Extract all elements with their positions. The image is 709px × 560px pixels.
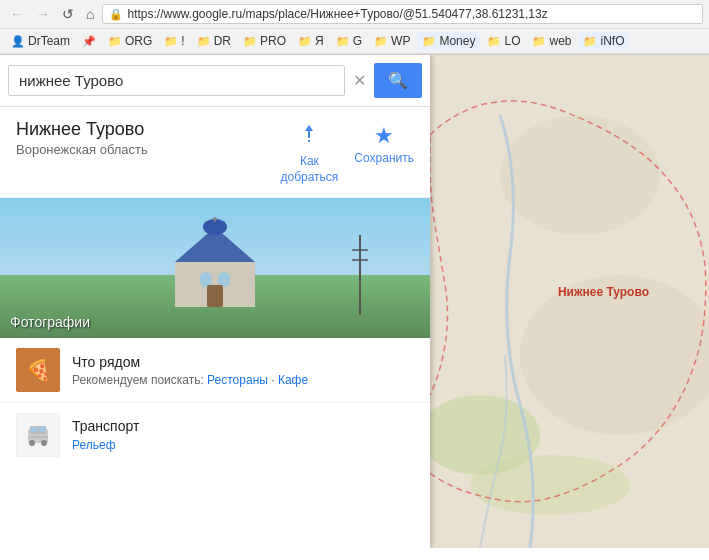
forward-button[interactable]: → [32,4,54,24]
bookmark-wp[interactable]: 📁 WP [369,32,415,50]
folder-icon: 📁 [108,35,122,48]
nav-bar: ← → ↺ ⌂ 🔒 https://www.google.ru/maps/pla… [0,0,709,29]
photo-section[interactable]: Фотографии [0,198,430,338]
address-bar[interactable]: 🔒 https://www.google.ru/maps/place/Нижне… [102,4,703,24]
nearby-content: Что рядом Рекомендуем поискать: Ресторан… [72,354,414,387]
map-place-label: Нижнее Турово [558,285,649,299]
nearby-section[interactable]: 🍕 Что рядом Рекомендуем поискать: Рестор… [0,338,430,403]
search-box: ✕ 🔍 [0,55,430,107]
search-icon: 🔍 [388,72,408,89]
bookmark-org[interactable]: 📁 ORG [103,32,157,50]
place-name: Нижнее Турово [16,119,148,140]
folder-icon: 📁 [243,35,257,48]
refresh-button[interactable]: ↺ [58,4,78,24]
nearby-separator: · [271,373,278,387]
folder-icon: 📁 [298,35,312,48]
browser-chrome: ← → ↺ ⌂ 🔒 https://www.google.ru/maps/pla… [0,0,709,55]
svg-rect-20 [39,427,45,432]
bookmark-excl[interactable]: 📁 ! [159,32,189,50]
place-info: Нижнее Турово Воронежская область Какдоб… [0,107,430,198]
save-icon: ★ [374,123,394,149]
nearby-restaurants-link[interactable]: Рестораны [207,373,268,387]
home-button[interactable]: ⌂ [82,4,98,24]
photo-label[interactable]: Фотографии [10,314,90,330]
svg-rect-13 [207,285,223,307]
folder-icon: 📁 [487,35,501,48]
transport-content: Транспорт Рельеф [72,418,414,452]
folder-icon: 📁 [583,35,597,48]
transport-icon [16,413,60,457]
folder-icon: 📁 [336,35,350,48]
food-icon: 🍕 [16,348,60,392]
lock-icon: 🔒 [109,8,123,21]
back-button[interactable]: ← [6,4,28,24]
save-label: Сохранить [354,151,414,165]
bookmark-g[interactable]: 📁 G [331,32,367,50]
folder-icon: 📁 [532,35,546,48]
bookmark-pin[interactable]: 📌 [77,33,101,50]
url-text: https://www.google.ru/maps/place/Нижнее+… [127,7,696,21]
svg-point-21 [29,440,35,446]
transport-title: Транспорт [72,418,414,434]
svg-point-4 [470,455,630,515]
folder-icon: 📁 [197,35,211,48]
bookmark-dr[interactable]: 📁 DR [192,32,236,50]
nearby-desc-text: Рекомендуем поискать: [72,373,204,387]
svg-point-1 [500,115,660,235]
directions-label: Какдобраться [280,154,338,185]
clear-button[interactable]: ✕ [349,71,370,90]
folder-icon: 📁 [374,35,388,48]
bookmark-pro[interactable]: 📁 PRO [238,32,291,50]
transport-section[interactable]: Транспорт Рельеф [0,403,430,467]
bookmark-ya[interactable]: 📁 Я [293,32,329,50]
bookmarks-bar: 👤 DrTeam 📌 📁 ORG 📁 ! 📁 DR 📁 PRO 📁 Я 📁 [0,29,709,54]
transport-relief-link[interactable]: Рельеф [72,438,116,452]
svg-rect-12 [218,272,230,287]
place-region: Воронежская область [16,142,148,157]
pin-icon: 📌 [82,35,96,48]
nearby-desc: Рекомендуем поискать: Рестораны · Кафе [72,373,414,387]
search-button[interactable]: 🔍 [374,63,422,98]
bookmark-money[interactable]: 📁 Money [417,32,480,50]
folder-icon: 📁 [422,35,436,48]
directions-icon [297,123,321,152]
drteam-icon: 👤 [11,35,25,48]
search-input[interactable] [8,65,345,96]
side-panel: ✕ 🔍 Нижнее Турово Воронежская область [0,55,430,548]
nearby-cafes-link[interactable]: Кафе [278,373,308,387]
svg-rect-19 [31,427,37,432]
svg-rect-11 [200,272,212,287]
place-actions: Какдобраться ★ Сохранить [280,119,414,185]
folder-icon: 📁 [164,35,178,48]
bookmark-info[interactable]: 📁 iNfO [578,32,629,50]
bookmark-web[interactable]: 📁 web [527,32,576,50]
bookmark-drteam[interactable]: 👤 DrTeam [6,32,75,50]
directions-button[interactable]: Какдобраться [280,123,338,185]
bookmark-lo[interactable]: 📁 LO [482,32,525,50]
place-details: Нижнее Турово Воронежская область [16,119,148,157]
nearby-title: Что рядом [72,354,414,370]
save-button[interactable]: ★ Сохранить [354,123,414,185]
svg-point-22 [41,440,47,446]
map-container: Нижнее Турово ✕ 🔍 Нижнее Турово Воронежс… [0,55,709,548]
